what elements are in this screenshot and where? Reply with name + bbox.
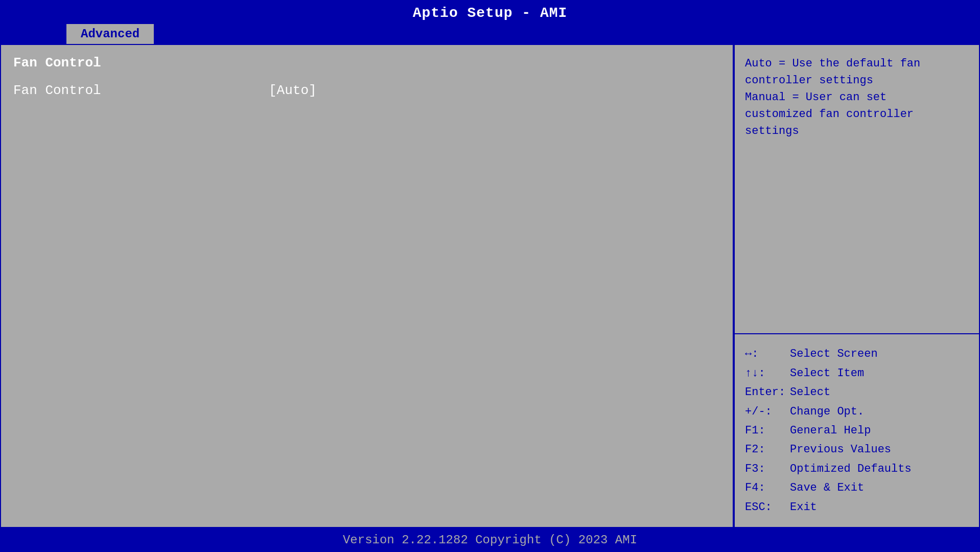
shortcut-key: +/-:: [745, 402, 786, 421]
help-line: Manual = User can set: [745, 89, 969, 106]
shortcut-row: F3:Optimized Defaults: [745, 459, 969, 478]
fan-control-value: [Auto]: [269, 83, 317, 98]
section-title: Fan Control: [13, 55, 720, 71]
shortcut-action: General Help: [790, 421, 871, 440]
app-title: Aptio Setup - AMI: [413, 5, 568, 21]
shortcut-row: ESC:Exit: [745, 498, 969, 517]
shortcut-key: ↔:: [745, 344, 786, 363]
main-content: Fan Control Fan Control [Auto] Auto = Us…: [0, 44, 980, 528]
title-bar: Aptio Setup - AMI: [0, 0, 980, 21]
shortcut-action: Previous Values: [790, 440, 891, 459]
shortcut-row: F1:General Help: [745, 421, 969, 440]
help-line: controller settings: [745, 72, 969, 89]
shortcut-help: ↔:Select Screen↑↓:Select ItemEnter:Selec…: [735, 334, 979, 527]
help-line: settings: [745, 123, 969, 140]
shortcut-row: F4:Save & Exit: [745, 478, 969, 497]
shortcut-key: ESC:: [745, 498, 786, 517]
shortcut-action: Select: [790, 383, 830, 402]
shortcut-action: Select Screen: [790, 344, 878, 363]
app: Aptio Setup - AMI Advanced Fan Control F…: [0, 0, 980, 552]
tab-bar: Advanced: [0, 21, 980, 44]
shortcut-key: Enter:: [745, 383, 786, 402]
footer-text: Version 2.22.1282 Copyright (C) 2023 AMI: [343, 533, 637, 547]
footer: Version 2.22.1282 Copyright (C) 2023 AMI: [0, 528, 980, 552]
shortcut-action: Save & Exit: [790, 478, 864, 497]
shortcut-action: Optimized Defaults: [790, 459, 912, 478]
help-line: Auto = Use the default fan: [745, 55, 969, 72]
help-text: Auto = Use the default fancontroller set…: [735, 45, 979, 333]
shortcut-key: F2:: [745, 440, 786, 459]
help-line: customized fan controller: [745, 106, 969, 123]
shortcut-row: Enter:Select: [745, 383, 969, 402]
shortcut-row: +/-:Change Opt.: [745, 402, 969, 421]
shortcut-key: ↑↓:: [745, 364, 786, 383]
shortcut-row: ↔:Select Screen: [745, 344, 969, 363]
tab-advanced[interactable]: Advanced: [66, 24, 154, 44]
shortcut-row: ↑↓:Select Item: [745, 364, 969, 383]
shortcut-key: F1:: [745, 421, 786, 440]
left-panel: Fan Control Fan Control [Auto]: [1, 45, 734, 527]
shortcut-row: F2:Previous Values: [745, 440, 969, 459]
right-panel: Auto = Use the default fancontroller set…: [734, 45, 979, 527]
shortcut-key: F3:: [745, 459, 786, 478]
fan-control-label: Fan Control: [13, 83, 269, 98]
fan-control-row[interactable]: Fan Control [Auto]: [13, 83, 720, 98]
shortcut-action: Change Opt.: [790, 402, 864, 421]
shortcut-action: Exit: [790, 498, 817, 517]
shortcut-key: F4:: [745, 478, 786, 497]
shortcut-action: Select Item: [790, 364, 864, 383]
